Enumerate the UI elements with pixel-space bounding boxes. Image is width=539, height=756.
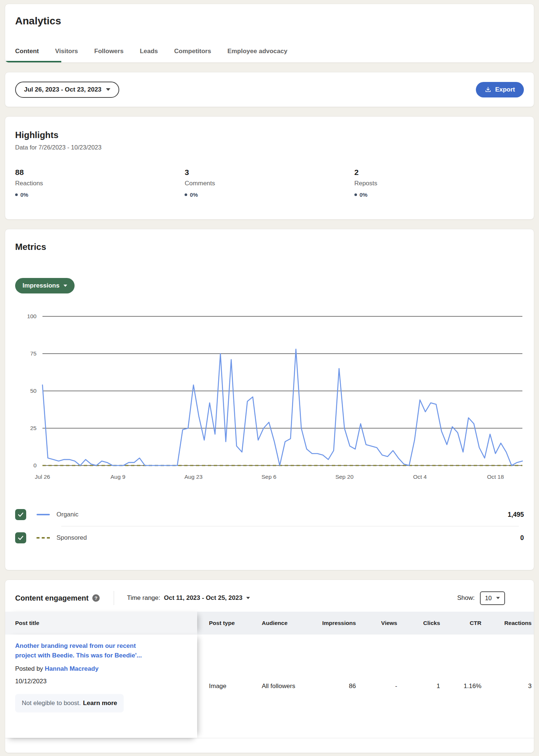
- views-cell: -: [356, 683, 397, 690]
- stat-delta: 0%: [190, 192, 198, 198]
- learn-more-link[interactable]: Learn more: [83, 700, 117, 707]
- tab-employee-advocacy[interactable]: Employee advocacy: [227, 48, 288, 62]
- analytics-header-card: Analytics Content Visitors Followers Lea…: [5, 4, 534, 63]
- organic-checkbox[interactable]: [15, 509, 26, 520]
- organic-total: 1,495: [508, 511, 524, 519]
- highlights-stats: 88 Reactions 0% 3 Comments 0% 2 Reposts …: [15, 168, 524, 198]
- ctr-cell: 1.16%: [440, 683, 481, 690]
- stat-value: 3: [185, 168, 354, 177]
- svg-text:Jul 26: Jul 26: [35, 474, 50, 480]
- delta-dot-icon: [15, 193, 18, 196]
- content-engagement-title: Content engagement: [15, 594, 89, 602]
- stat-label: Reactions: [15, 180, 185, 187]
- show-count-dropdown[interactable]: 10: [480, 591, 505, 605]
- chart-legend: Organic 1,495 Sponsored 0: [15, 505, 524, 548]
- impressions-cell: 86: [297, 683, 356, 690]
- legend-label: Organic: [56, 511, 79, 518]
- engagement-table: Post title Post type Audience Impression…: [5, 612, 534, 753]
- export-label: Export: [495, 86, 515, 93]
- legend-label: Sponsored: [56, 534, 87, 542]
- stat-label: Reposts: [354, 180, 524, 187]
- sponsored-line-swatch-icon: [37, 537, 50, 539]
- active-tab-underline: [5, 61, 61, 62]
- chevron-down-icon: [63, 285, 67, 287]
- post-title-cell: Another branding reveal from our recent …: [5, 635, 197, 738]
- table-header-row: Post title Post type Audience Impression…: [5, 612, 534, 635]
- svg-text:100: 100: [27, 313, 37, 319]
- metrics-title: Metrics: [15, 242, 524, 252]
- stat-value: 2: [354, 168, 524, 177]
- svg-text:50: 50: [30, 388, 37, 394]
- post-title-link[interactable]: Another branding reveal from our recent …: [15, 641, 157, 660]
- boost-notice-text: Not elegible to boost.: [22, 700, 81, 707]
- stat-label: Comments: [185, 180, 354, 187]
- date-range-value: Jul 26, 2023 - Oct 23, 2023: [24, 86, 102, 93]
- svg-text:25: 25: [30, 425, 37, 431]
- reactions-cell: 3: [481, 683, 534, 690]
- post-type-cell: Image: [197, 683, 253, 690]
- content-engagement-header: Content engagement Time range: Oct 11, 2…: [5, 580, 534, 612]
- help-icon[interactable]: [92, 594, 100, 602]
- tab-followers[interactable]: Followers: [94, 48, 123, 62]
- stat-reactions: 88 Reactions 0%: [15, 168, 185, 198]
- stat-comments: 3 Comments 0%: [185, 168, 354, 198]
- tab-content[interactable]: Content: [15, 48, 39, 62]
- sponsored-checkbox[interactable]: [15, 532, 26, 543]
- time-range-dropdown[interactable]: Oct 11, 2023 - Oct 25, 2023: [164, 594, 243, 602]
- stat-delta: 0%: [20, 192, 28, 198]
- svg-text:Oct 18: Oct 18: [487, 474, 504, 480]
- date-range-dropdown[interactable]: Jul 26, 2023 - Oct 23, 2023: [15, 82, 119, 98]
- chevron-down-icon: [106, 88, 110, 91]
- analytics-page: Analytics Content Visitors Followers Lea…: [0, 0, 539, 753]
- stat-delta: 0%: [360, 192, 368, 198]
- svg-text:Aug 23: Aug 23: [184, 474, 202, 480]
- delta-dot-icon: [354, 193, 357, 196]
- highlights-title: Highlights: [15, 130, 524, 140]
- export-button[interactable]: Export: [476, 82, 524, 97]
- stat-value: 88: [15, 168, 185, 177]
- column-header-views: Views: [356, 612, 397, 635]
- highlights-card: Highlights Data for 7/26/2023 - 10/23/20…: [5, 116, 534, 220]
- show-count-value: 10: [485, 595, 492, 602]
- delta-dot-icon: [185, 193, 187, 196]
- impressions-chart-area: 0255075100Jul 26Aug 9Aug 23Sep 6Sep 20Oc…: [15, 312, 524, 484]
- column-header-reactions: Reactions: [481, 612, 534, 635]
- svg-text:75: 75: [30, 350, 37, 357]
- header-divider: [114, 591, 114, 605]
- show-label: Show:: [457, 594, 474, 602]
- metrics-card: Metrics Impressions 0255075100Jul 26Aug …: [5, 229, 534, 570]
- metric-selector-dropdown[interactable]: Impressions: [15, 278, 75, 293]
- tab-competitors[interactable]: Competitors: [174, 48, 211, 62]
- legend-divider: [61, 526, 519, 526]
- boost-notice: Not elegible to boost.Learn more: [15, 694, 124, 712]
- download-icon: [485, 86, 491, 93]
- svg-text:Sep 6: Sep 6: [261, 474, 277, 480]
- chevron-down-icon: [246, 597, 250, 599]
- column-header-clicks: Clicks: [397, 612, 440, 635]
- sponsored-total: 0: [520, 534, 524, 542]
- posted-by-prefix: Posted by: [15, 665, 43, 672]
- time-range-label: Time range:: [127, 594, 160, 602]
- highlights-subtitle: Data for 7/26/2023 - 10/23/2023: [15, 144, 524, 151]
- column-header-post-type: Post type: [197, 612, 253, 635]
- page-title: Analytics: [15, 4, 524, 27]
- tab-visitors[interactable]: Visitors: [55, 48, 78, 62]
- table-row: Another branding reveal from our recent …: [5, 635, 534, 738]
- analytics-tabs: Content Visitors Followers Leads Competi…: [15, 48, 287, 62]
- tab-leads[interactable]: Leads: [140, 48, 158, 62]
- stat-reposts: 2 Reposts 0%: [354, 168, 524, 198]
- post-date: 10/12/2023: [15, 678, 182, 685]
- column-header-impressions: Impressions: [297, 612, 356, 635]
- audience-cell: All followers: [253, 681, 297, 691]
- table-footer: [5, 738, 534, 753]
- organic-line-swatch-icon: [37, 514, 50, 515]
- author-link[interactable]: Hannah Macready: [45, 665, 99, 672]
- legend-row-organic: Organic 1,495: [15, 505, 524, 525]
- content-engagement-card: Content engagement Time range: Oct 11, 2…: [5, 580, 534, 753]
- legend-row-sponsored: Sponsored 0: [15, 528, 524, 548]
- chevron-down-icon: [496, 597, 500, 599]
- svg-text:Aug 9: Aug 9: [110, 474, 126, 480]
- column-header-audience: Audience: [253, 612, 297, 635]
- impressions-chart: 0255075100Jul 26Aug 9Aug 23Sep 6Sep 20Oc…: [15, 312, 524, 482]
- metric-selector-value: Impressions: [23, 282, 59, 289]
